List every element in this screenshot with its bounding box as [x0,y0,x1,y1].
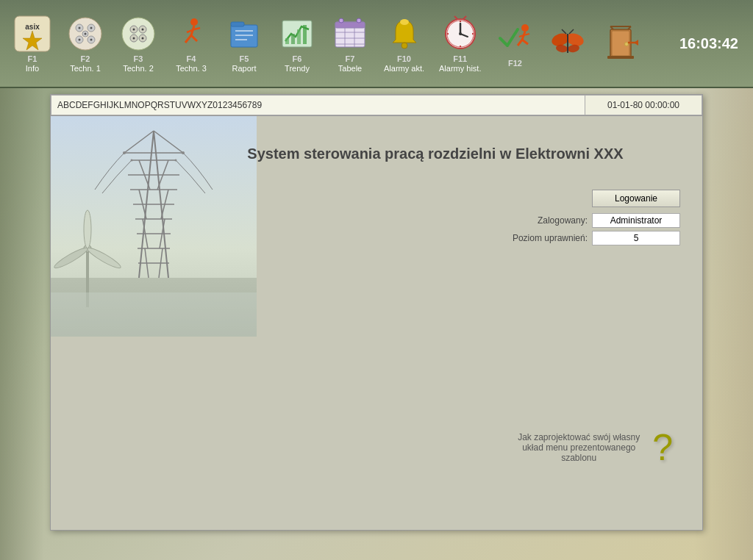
svg-rect-36 [291,34,295,44]
address-input[interactable] [51,95,585,115]
toolbar-item-f3[interactable]: F3 Techn. 2 [113,12,163,76]
svg-point-22 [142,37,144,39]
zalogowany-label: Zalogowany: [538,215,588,226]
f5-key: F5 [240,54,249,63]
toolbar-items: asix F1 Info [7,12,679,76]
svg-rect-37 [297,29,301,44]
address-date: 01-01-80 00:00:00 [585,95,702,115]
toolbar-item-f7[interactable]: F7 Tabele [325,12,375,76]
toolbar-item-door[interactable] [596,21,646,67]
f6-key: F6 [293,54,302,63]
toolbar-item-f5[interactable]: F5 Raport [219,12,269,76]
f2-icon [66,15,104,53]
f7-key: F7 [346,54,355,63]
svg-rect-113 [51,292,257,337]
svg-point-61 [521,24,529,32]
svg-rect-35 [285,38,289,44]
svg-rect-38 [303,25,307,44]
f3-key: F3 [134,54,143,63]
door-icon [602,24,640,62]
svg-rect-30 [231,22,244,26]
svg-point-104 [123,151,126,154]
f10-label: Alarmy akt. [384,64,424,73]
f4-label: Techn. 3 [176,64,207,73]
toolbar-item-butterfly[interactable] [543,21,593,67]
f4-icon [172,15,210,53]
svg-point-107 [175,159,177,162]
svg-line-64 [522,40,528,44]
f1-label: Info [26,64,39,73]
toolbar-item-f12[interactable]: F12 [490,16,540,71]
svg-line-59 [454,16,457,19]
svg-point-74 [625,42,629,46]
toolbar-item-f6[interactable]: F6 Trendy [272,12,322,76]
svg-point-106 [131,159,133,162]
login-panel: Logowanie Zalogowany: Administrator Pozi… [513,190,680,245]
svg-point-12 [90,38,93,40]
f7-icon [331,15,369,53]
f1-key: F1 [28,54,38,63]
poziom-value: 5 [592,231,680,245]
svg-point-9 [79,26,81,29]
login-button[interactable]: Logowanie [592,190,680,207]
svg-point-11 [79,38,81,40]
f4-key: F4 [187,54,196,63]
svg-point-21 [133,37,135,39]
toolbar-item-f2[interactable]: F2 Techn. 1 [60,12,110,76]
toolbar: asix F1 Info [0,0,753,88]
f2-label: Techn. 1 [70,64,101,73]
svg-rect-75 [607,56,634,59]
f12-icon [496,19,534,57]
f11-label: Alarmy hist. [439,64,481,73]
svg-point-23 [190,18,198,26]
f11-icon [441,15,479,53]
svg-line-60 [463,16,466,19]
svg-text:asix: asix [25,23,40,31]
svg-rect-29 [231,25,257,47]
svg-point-49 [400,19,409,25]
poziom-label: Poziom uprawnień: [513,233,588,243]
svg-line-25 [185,35,191,43]
svg-point-46 [339,18,343,23]
f10-key: F10 [397,54,411,63]
zalogowany-row: Zalogowany: Administrator [538,213,680,228]
svg-point-19 [133,28,135,30]
f5-icon [225,15,263,53]
toolbar-item-f4[interactable]: F4 Techn. 3 [166,12,216,76]
f11-key: F11 [453,54,467,63]
f3-icon [119,15,157,53]
content-area: System sterowania pracą rozdzielni w Ele… [51,116,702,525]
main-title: System sterowania pracą rozdzielni w Ele… [190,146,680,162]
svg-line-28 [194,28,200,29]
svg-line-63 [518,40,522,46]
svg-point-20 [142,28,144,30]
toolbar-item-f10[interactable]: F10 Alarmy akt. [378,12,430,76]
poziom-row: Poziom uprawnień: 5 [513,231,680,245]
svg-point-14 [122,18,154,50]
footer-area: Producentem pakietu SCADA asix jest ASKO… [51,407,702,525]
asix-logo-icon: asix [13,15,51,53]
svg-point-10 [90,26,93,29]
svg-point-48 [402,43,407,49]
address-bar: 01-01-80 00:00:00 [51,95,702,116]
svg-rect-40 [335,22,365,28]
zalogowany-value: Administrator [592,213,680,228]
svg-point-13 [85,32,87,35]
svg-point-47 [357,18,361,23]
f7-label: Tabele [338,64,362,73]
f6-label: Trendy [285,64,310,73]
svg-point-105 [182,151,185,154]
toolbar-item-f11[interactable]: F11 Alarmy hist. [433,12,487,76]
f3-label: Techn. 2 [123,64,154,73]
svg-point-54 [459,32,462,35]
svg-line-26 [191,35,197,41]
f5-label: Raport [232,64,256,73]
f10-icon [385,15,424,53]
f6-icon [278,15,316,53]
svg-point-110 [84,210,91,248]
toolbar-item-f1[interactable]: asix F1 Info [7,12,57,76]
main-window: 01-01-80 00:00:00 [50,94,703,531]
toolbar-clock: 16:03:42 [679,35,746,52]
butterfly-icon [549,24,587,62]
f2-key: F2 [81,54,90,63]
